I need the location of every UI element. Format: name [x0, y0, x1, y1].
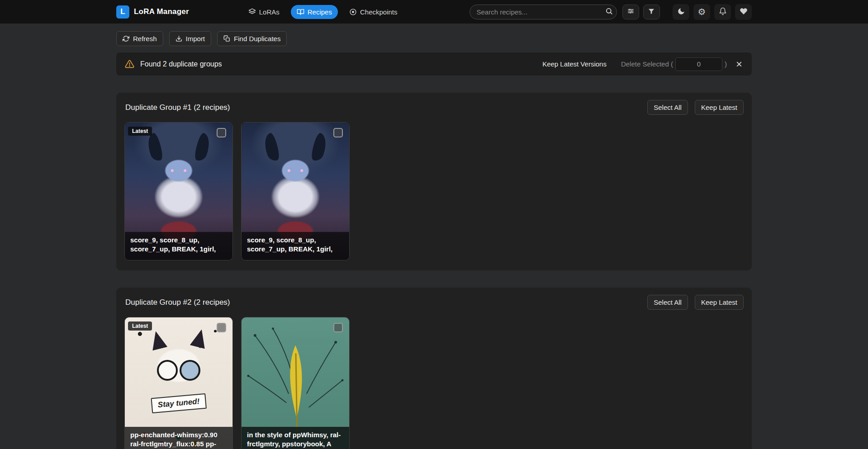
nav-filter-buttons [622, 5, 660, 19]
tab-loras[interactable]: LoRAs [242, 5, 285, 19]
recipe-card-grid: Stay tuned! Latest pp-enchanted-whimsy:0… [124, 317, 744, 449]
book-icon [297, 8, 304, 16]
refresh-button[interactable]: Refresh [116, 31, 163, 46]
app-logo-letter: L [120, 7, 125, 16]
import-label: Import [186, 35, 205, 43]
banner-message-area: Found 2 duplicate groups [125, 59, 222, 69]
refresh-icon [123, 35, 129, 42]
search-icon [605, 7, 613, 16]
nav-action-buttons: ⚙ [673, 4, 752, 20]
recipe-card[interactable]: Stay tuned! Latest pp-enchanted-whimsy:0… [124, 317, 233, 449]
theme-toggle-button[interactable] [673, 4, 689, 20]
illustration-horn [308, 132, 330, 163]
delete-selected-suffix: ) [725, 60, 727, 68]
recipe-checkbox[interactable] [333, 128, 343, 137]
recipe-caption: score_9, score_8_up, score_7_up, BREAK, … [125, 232, 232, 260]
select-all-button[interactable]: Select All [647, 295, 688, 310]
keep-latest-button[interactable]: Keep Latest [695, 295, 744, 310]
navbar: L LoRA Manager LoRAs Recipes Checkpoi [0, 0, 868, 24]
search-input[interactable] [470, 5, 617, 19]
sort-options-button[interactable] [622, 5, 639, 19]
image-sign-text: Stay tuned! [151, 393, 206, 413]
illustration-horn [261, 132, 282, 163]
tab-checkpoints[interactable]: Checkpoints [343, 5, 403, 19]
close-icon: × [736, 58, 742, 70]
latest-badge: Latest [128, 127, 152, 136]
group-header: Duplicate Group #1 (2 recipes) Select Al… [124, 100, 744, 115]
sliders-icon [627, 7, 635, 16]
warning-icon [125, 59, 134, 69]
illustration-cat-ear [190, 327, 209, 349]
tab-loras-label: LoRAs [259, 8, 280, 16]
tab-checkpoints-label: Checkpoints [360, 8, 398, 16]
delete-count-input[interactable] [675, 57, 722, 71]
illustration-cat-ear [148, 329, 168, 350]
group-actions: Select All Keep Latest [647, 295, 744, 310]
illustration-glasses [153, 360, 204, 380]
illustration-horn [144, 132, 166, 163]
latest-badge: Latest [128, 321, 152, 331]
support-button[interactable] [735, 4, 752, 20]
group-actions: Select All Keep Latest [647, 100, 744, 115]
banner-actions: Keep Latest Versions Delete Selected ( )… [536, 57, 743, 71]
import-button[interactable]: Import [169, 31, 212, 46]
app-title: LoRA Manager [134, 7, 189, 16]
keep-latest-button[interactable]: Keep Latest [695, 100, 744, 115]
main-content: Refresh Import Find Duplicates Found 2 d… [116, 24, 752, 449]
group-title: Duplicate Group #1 (2 recipes) [124, 103, 230, 112]
recipe-checkbox[interactable] [217, 128, 226, 137]
keep-latest-versions-button[interactable]: Keep Latest Versions [536, 57, 613, 71]
recipe-card[interactable]: in the style of ppWhimsy, ral-frctlgmtry… [241, 317, 350, 449]
recipe-checkbox[interactable] [333, 323, 343, 332]
select-all-button[interactable]: Select All [647, 100, 688, 115]
duplicates-banner: Found 2 duplicate groups Keep Latest Ver… [116, 52, 752, 76]
filter-button[interactable] [643, 5, 660, 19]
tab-recipes[interactable]: Recipes [291, 5, 338, 19]
illustration-horn [192, 132, 213, 163]
search-button[interactable] [603, 6, 616, 18]
notifications-button[interactable] [714, 4, 731, 20]
close-banner-button[interactable]: × [735, 59, 743, 70]
banner-message: Found 2 duplicate groups [140, 60, 222, 68]
checkpoint-target-icon [349, 8, 357, 16]
funnel-icon [648, 8, 655, 16]
recipe-checkbox[interactable] [217, 323, 226, 332]
group-title: Duplicate Group #2 (2 recipes) [124, 298, 230, 307]
duplicate-group-2: Duplicate Group #2 (2 recipes) Select Al… [116, 288, 752, 449]
import-icon [175, 35, 182, 42]
recipe-caption: pp-enchanted-whimsy:0.90 ral-frctlgmtry_… [125, 427, 232, 449]
heart-icon [740, 7, 748, 17]
recipe-caption: score_9, score_8_up, score_7_up, BREAK, … [242, 232, 349, 260]
refresh-label: Refresh [133, 35, 157, 43]
group-header: Duplicate Group #2 (2 recipes) Select Al… [124, 295, 744, 310]
recipe-card[interactable]: Latest score_9, score_8_up, score_7_up, … [124, 122, 233, 260]
duplicate-copies-icon [223, 35, 230, 42]
tab-recipes-label: Recipes [308, 8, 332, 16]
nav-tabs: LoRAs Recipes Checkpoints [242, 5, 403, 19]
delete-selected-control: Delete Selected ( ) [621, 57, 727, 71]
recipe-caption: in the style of ppWhimsy, ral-frctlgmtry… [242, 427, 349, 449]
gear-icon: ⚙ [698, 7, 706, 16]
find-duplicates-button[interactable]: Find Duplicates [217, 31, 287, 46]
moon-icon [677, 7, 685, 17]
recipe-card[interactable]: score_9, score_8_up, score_7_up, BREAK, … [241, 122, 350, 260]
find-duplicates-label: Find Duplicates [234, 35, 280, 43]
app-logo: L [116, 5, 129, 19]
layers-icon [248, 8, 256, 16]
search-box [470, 5, 617, 19]
recipe-card-grid: Latest score_9, score_8_up, score_7_up, … [124, 122, 744, 260]
recipes-toolbar: Refresh Import Find Duplicates [116, 24, 752, 46]
duplicate-group-1: Duplicate Group #1 (2 recipes) Select Al… [116, 93, 752, 270]
brand: L LoRA Manager [116, 5, 189, 19]
settings-button[interactable]: ⚙ [693, 4, 710, 20]
bell-icon [719, 7, 727, 17]
delete-selected-prefix: Delete Selected ( [621, 60, 673, 68]
